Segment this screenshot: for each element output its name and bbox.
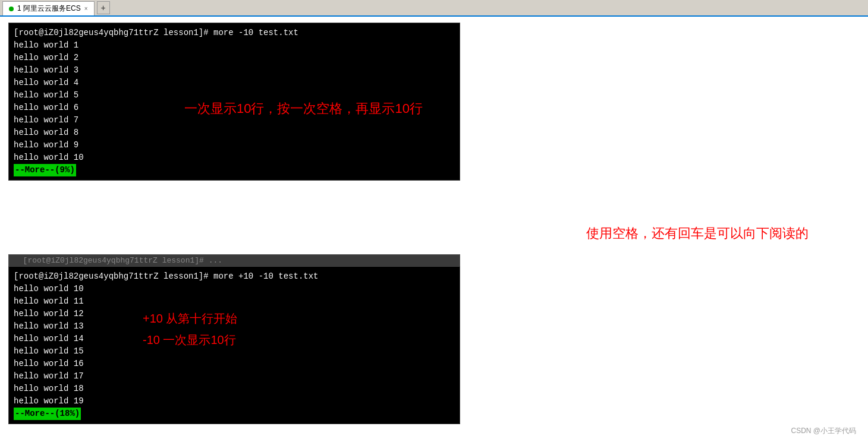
annotation-minus10-line: -10 一次显示10行 bbox=[143, 329, 237, 351]
terminal-1-line-9: hello world 9 bbox=[14, 139, 455, 151]
terminal-1-line-8: hello world 8 bbox=[14, 127, 455, 139]
terminal-1-line-4: hello world 4 bbox=[14, 77, 455, 89]
terminal-2-line-1: hello world 10 bbox=[14, 283, 455, 295]
terminal-2-header: [root@iZ0jl82geus4yqbhg71ttrZ lesson1]# … bbox=[8, 254, 460, 266]
terminal-1-line-1: hello world 1 bbox=[14, 39, 455, 52]
terminal-2-line-8: hello world 17 bbox=[14, 370, 455, 383]
tab-close-button[interactable]: × bbox=[84, 5, 88, 12]
annotation-display-10-lines: 一次显示10行，按一次空格，再显示10行 bbox=[184, 100, 423, 118]
csdn-watermark: CSDN @小王学代码 bbox=[791, 426, 856, 436]
tab-add-button[interactable]: + bbox=[97, 1, 110, 14]
terminal-2-prompt: [root@iZ0jl82geus4yqbhg71ttrZ lesson1]# … bbox=[14, 270, 455, 283]
tab-label: 1 阿里云云服务ECS bbox=[17, 4, 81, 14]
more-prompt-2: --More--(18%) bbox=[14, 408, 81, 420]
terminal-2-more: --More--(18%) bbox=[14, 408, 455, 420]
annotation-plus10-minus10: +10 从第十行开始 -10 一次显示10行 bbox=[143, 308, 237, 351]
terminal-2-line-9: hello world 18 bbox=[14, 383, 455, 395]
annotation-plus10-line: +10 从第十行开始 bbox=[143, 308, 237, 329]
terminal-1-more: --More--(9%) bbox=[14, 164, 455, 176]
terminal-2-line-7: hello world 16 bbox=[14, 358, 455, 370]
terminal-1-line-2: hello world 2 bbox=[14, 52, 455, 64]
terminal-1-line-3: hello world 3 bbox=[14, 64, 455, 77]
annotation-space-enter: 使用空格，还有回车是可以向下阅读的 bbox=[586, 225, 809, 242]
more-prompt-1: --More--(9%) bbox=[14, 164, 76, 176]
tab-bar: 1 阿里云云服务ECS × + bbox=[0, 0, 868, 17]
terminal-1-line-10: hello world 10 bbox=[14, 151, 455, 164]
terminal-1-prompt: [root@iZ0jl82geus4yqbhg71ttrZ lesson1]# … bbox=[14, 27, 455, 39]
tab-ecs[interactable]: 1 阿里云云服务ECS × bbox=[2, 1, 95, 15]
tab-status-dot bbox=[9, 7, 14, 11]
terminal-2-line-10: hello world 19 bbox=[14, 395, 455, 408]
terminal-2-line-2: hello world 11 bbox=[14, 295, 455, 308]
